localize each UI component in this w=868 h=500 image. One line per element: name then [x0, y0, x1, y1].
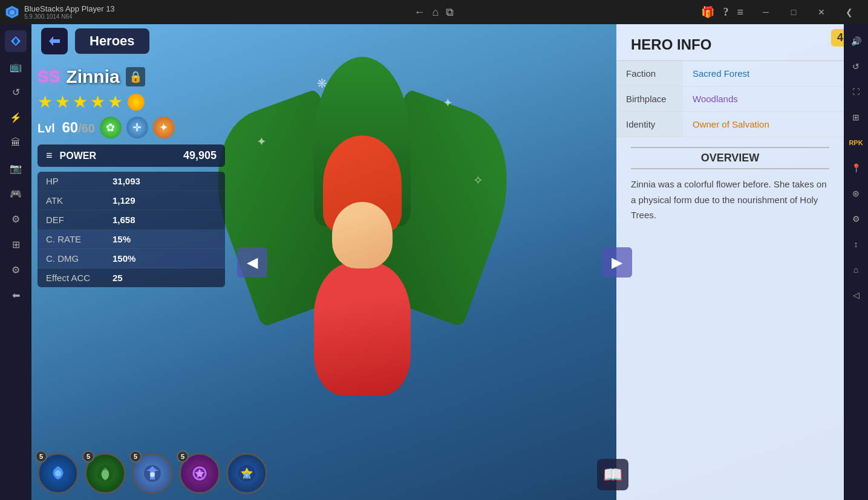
skill-1-badge: 5 — [35, 450, 47, 463]
right-sidebar-settings2-icon[interactable]: ⚙ — [845, 208, 867, 230]
right-sidebar-fullscreen-icon[interactable]: ⛶ — [845, 81, 867, 103]
stats-panel: SS Zinnia 🔒 ★ ★ ★ ★ ★ Lvl 60/60 ✿ ✛ — [31, 60, 231, 293]
sidebar-tv-icon[interactable]: 📺 — [5, 56, 27, 77]
level-current: 60 — [62, 119, 78, 135]
right-sidebar-location-icon[interactable]: 📍 — [845, 157, 867, 179]
window-controls: ─ □ ✕ ❮ — [752, 0, 863, 24]
nav-back-button[interactable]: ← — [414, 6, 425, 19]
maximize-button[interactable]: □ — [780, 0, 808, 24]
sidebar-refresh-icon[interactable]: ↺ — [5, 81, 27, 103]
star-2: ★ — [55, 92, 70, 112]
faction-label: Faction — [616, 61, 683, 86]
book-icon[interactable]: 📖 — [597, 459, 628, 490]
main-container: 📺 ↺ ⚡ 🏛 📷 🎮 ⚙ ⊞ ⚙ ⬅ Heroes 4.3 SS Zinnia — [0, 24, 868, 500]
sidebar-collapse-icon[interactable] — [5, 30, 27, 52]
sidebar-apps-icon[interactable]: 🏛 — [5, 132, 27, 154]
skill-3-badge: 5 — [129, 450, 142, 463]
power-bar: ≡ POWER 49,905 — [38, 144, 225, 167]
bluestacks-right-sidebar: 🔊 ↺ ⛶ ⊞ RPK 📍 ⊛ ⚙ ↕ ⌂ ◁ — [844, 24, 868, 500]
skill-2-badge: 5 — [82, 450, 94, 463]
overview-title: OVERVIEW — [631, 147, 829, 169]
stat-value-atk: 1,129 — [113, 195, 135, 206]
sidebar-toggle-button[interactable]: ❮ — [835, 0, 863, 24]
stars-row: ★ ★ ★ ★ ★ — [38, 92, 225, 112]
nav-right-arrow[interactable]: ▶ — [602, 247, 632, 278]
sidebar-performance-icon[interactable]: ⚡ — [5, 106, 27, 128]
star-1: ★ — [38, 92, 53, 112]
stat-name-atk: ATK — [46, 195, 113, 206]
back-button[interactable] — [41, 28, 68, 54]
skill-4-badge: 5 — [177, 450, 189, 463]
identity-value: Owner of Salvation — [683, 112, 779, 137]
level-icon-skill[interactable]: ✿ — [100, 117, 122, 138]
stat-name-def: DEF — [46, 215, 113, 225]
skill-5-icon[interactable] — [226, 453, 267, 494]
right-sidebar-rotate-icon[interactable]: ↺ — [845, 56, 867, 77]
help-icon[interactable]: ? — [723, 6, 728, 19]
char-body — [314, 262, 411, 395]
sidebar-back-icon[interactable]: ⬅ — [5, 284, 27, 306]
hero-rank-badge: SS — [38, 67, 60, 86]
right-sidebar-back2-icon[interactable]: ◁ — [845, 284, 867, 306]
power-menu-icon: ≡ — [46, 149, 53, 162]
stat-name-crate: C. RATE — [46, 234, 113, 244]
power-label: POWER — [60, 151, 96, 161]
sidebar-screenshot-icon[interactable]: 📷 — [5, 157, 27, 179]
right-sidebar-rpk-icon[interactable]: RPK — [845, 132, 867, 154]
page-title: Heroes — [90, 33, 135, 48]
close-button[interactable]: ✕ — [808, 0, 835, 24]
titlebar-nav: ← ⌂ ⧉ — [414, 6, 454, 19]
lock-icon[interactable]: 🔒 — [126, 67, 145, 86]
stat-row-cdmg: C. DMG 150% — [38, 249, 225, 268]
skill-5-wrapper — [226, 453, 267, 494]
minimize-button[interactable]: ─ — [752, 0, 780, 24]
skills-row: 5 5 — [38, 453, 267, 494]
stat-row-atk: ATK 1,129 — [38, 191, 225, 210]
hero-name-row: SS Zinnia 🔒 — [38, 67, 225, 87]
app-name: BlueStacks App Player 13 — [24, 4, 115, 13]
info-row-identity: Identity Owner of Salvation — [616, 112, 844, 137]
right-sidebar-home-icon[interactable]: ⌂ — [845, 259, 867, 281]
sidebar-layers-icon[interactable]: ⊞ — [5, 233, 27, 255]
bluestacks-sidebar: 📺 ↺ ⚡ 🏛 📷 🎮 ⚙ ⊞ ⚙ ⬅ — [0, 24, 31, 500]
level-row: Lvl 60/60 ✿ ✛ ✦ — [38, 117, 225, 138]
level-text: Lvl 60/60 — [38, 119, 95, 136]
nav-home-button[interactable]: ⌂ — [432, 6, 439, 19]
right-sidebar-volume-icon[interactable]: 🔊 — [845, 30, 867, 52]
stat-row-def: DEF 1,658 — [38, 210, 225, 230]
level-icon-boost[interactable]: ✦ — [153, 117, 175, 138]
nav-left-arrow[interactable]: ◀ — [237, 247, 267, 278]
sidebar-gamepad-icon[interactable]: 🎮 — [5, 183, 27, 204]
level-max: 60 — [82, 122, 95, 135]
identity-label: Identity — [616, 112, 683, 137]
stat-row-hp: HP 31,093 — [38, 172, 225, 191]
birthplace-label: Birthplace — [616, 86, 683, 111]
birthplace-value: Woodlands — [683, 86, 748, 111]
overview-section: OVERVIEW Zinnia was a colorful flower be… — [616, 137, 844, 233]
char-head — [332, 202, 393, 268]
svg-point-9 — [102, 470, 109, 479]
nav-duplicate-button[interactable]: ⧉ — [446, 6, 454, 19]
skill-1-wrapper: 5 — [38, 453, 79, 494]
star-3: ★ — [73, 92, 88, 112]
svg-marker-5 — [49, 36, 60, 46]
menu-icon[interactable]: ≡ — [737, 6, 743, 19]
game-area: Heroes 4.3 SS Zinnia 🔒 ★ ★ ★ ★ ★ — [31, 24, 868, 500]
sidebar-gear-icon[interactable]: ⚙ — [5, 259, 27, 281]
stat-row-effacc: Effect ACC 25 — [38, 268, 225, 287]
overview-text: Zinnia was a colorful flower before. She… — [631, 177, 829, 223]
right-sidebar-apps-icon[interactable]: ⊞ — [845, 106, 867, 128]
info-row-faction: Faction Sacred Forest — [616, 61, 844, 86]
game-topbar: Heroes 4.3 — [31, 24, 868, 58]
right-sidebar-layers2-icon[interactable]: ⊛ — [845, 183, 867, 204]
level-icon-upgrade[interactable]: ✛ — [126, 117, 148, 138]
bluestacks-logo — [5, 5, 19, 19]
skill-4-wrapper: 5 — [179, 453, 220, 494]
faction-value: Sacred Forest — [683, 61, 759, 86]
sidebar-settings-icon[interactable]: ⚙ — [5, 208, 27, 230]
power-value: 49,905 — [183, 149, 217, 162]
right-sidebar-arrow-icon[interactable]: ↕ — [845, 233, 867, 255]
stat-value-cdmg: 150% — [113, 253, 135, 264]
stat-value-crate: 15% — [113, 234, 131, 244]
gift-icon[interactable]: 🎁 — [701, 5, 714, 19]
